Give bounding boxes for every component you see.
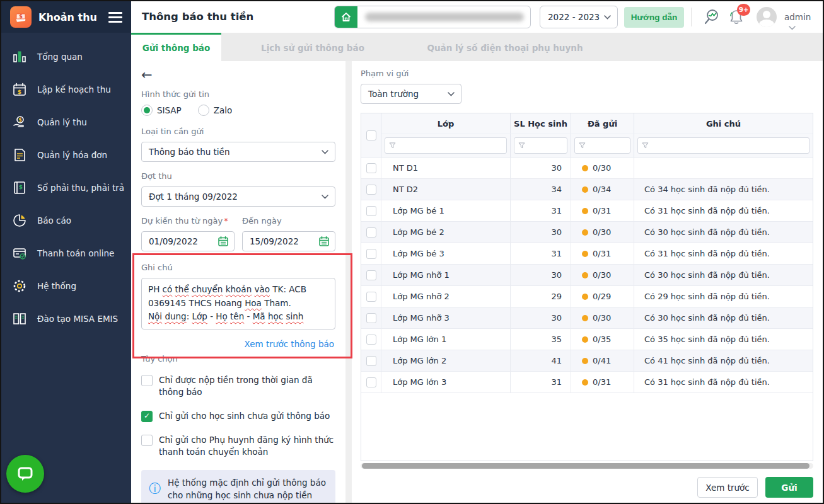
chevron-down-icon xyxy=(322,195,328,199)
table-row[interactable]: NT D1300/30 xyxy=(361,158,813,179)
sidebar-item-label: Tổng quan xyxy=(37,52,83,62)
avatar[interactable] xyxy=(757,7,777,27)
status-dot xyxy=(582,229,588,236)
back-arrow-icon[interactable]: ← xyxy=(141,69,156,82)
filter-note-input[interactable] xyxy=(637,137,809,154)
radio-zalo[interactable]: Zalo xyxy=(198,105,233,116)
row-checkbox[interactable] xyxy=(366,185,376,195)
column-header-students[interactable]: SL Học sinh xyxy=(511,113,571,134)
cell-class: Lớp MG lớn 1 xyxy=(381,329,511,350)
option-checkbox-1[interactable]: Chỉ được nộp tiền trong thời gian đã thô… xyxy=(141,374,335,398)
options-list: Chỉ được nộp tiền trong thời gian đã thô… xyxy=(141,374,335,458)
table-row[interactable]: Lớp MG nhỡ 3300/30Có 30 học sinh đã nộp … xyxy=(361,307,813,329)
from-date-input[interactable]: 01/09/2022 xyxy=(141,231,235,251)
redacted-school-name xyxy=(365,13,524,21)
radio-sisap[interactable]: SISAP xyxy=(141,105,182,116)
table-row[interactable]: Lớp MG nhỡ 1300/30Có 30 học sinh đã nộp … xyxy=(361,265,813,286)
sidebar-item-overview[interactable]: Tổng quan xyxy=(1,40,131,73)
from-date-value: 01/09/2022 xyxy=(149,236,198,246)
option-checkbox-3[interactable]: Chỉ gửi cho Phụ huynh đăng ký hình thức … xyxy=(141,434,335,458)
row-checkbox[interactable] xyxy=(366,227,376,238)
column-header-sent[interactable]: Đã gửi xyxy=(571,113,634,134)
sidebar-item-payment[interactable]: Thanh toán online xyxy=(1,237,131,270)
filter-class-input[interactable] xyxy=(385,137,507,154)
cell-class: Lớp MG bé 2 xyxy=(381,222,511,243)
action-row: Xem trước Gửi xyxy=(361,477,813,498)
preview-button[interactable]: Xem trước xyxy=(697,477,758,498)
cell-sent: 0/30 xyxy=(593,313,611,323)
column-header-note[interactable]: Ghi chú xyxy=(634,113,813,134)
sidebar-item-training[interactable]: Đào tạo MISA EMIS xyxy=(1,302,131,335)
cell-note: Có 35 học sinh đã nộp đủ tiền. xyxy=(634,329,813,350)
row-checkbox[interactable] xyxy=(366,377,376,387)
table-row[interactable]: NT D2340/34Có 34 học sinh đã nộp đủ tiền… xyxy=(361,179,813,200)
user-menu[interactable]: admin xyxy=(784,12,823,32)
row-checkbox[interactable] xyxy=(366,163,376,173)
table-row[interactable]: Lớp MG bé 3310/31Có 31 học sinh đã nộp đ… xyxy=(361,243,813,265)
filter-sent-input[interactable] xyxy=(574,137,630,154)
sidebar-item-plan[interactable]: $Lập kế hoạch thu xyxy=(1,73,131,106)
row-checkbox[interactable] xyxy=(366,356,376,366)
tab-bar: Gửi thông báoLịch sử gửi thông báoQuản l… xyxy=(131,33,823,61)
send-button[interactable]: Gửi xyxy=(765,477,813,498)
analytics-search-icon[interactable] xyxy=(702,8,721,26)
ledger-icon: $ xyxy=(12,180,31,196)
svg-text:$: $ xyxy=(19,14,23,20)
notifications-button[interactable]: 9+ xyxy=(727,8,746,26)
help-button[interactable]: Hướng dẫn xyxy=(624,7,684,28)
cell-students: 30 xyxy=(511,307,571,328)
sidebar-item-system[interactable]: Hệ thống xyxy=(1,270,131,302)
school-year-select[interactable]: 2022 - 2023 xyxy=(540,6,618,28)
period-select[interactable]: Đợt 1 tháng 09/2022 xyxy=(141,186,335,207)
option-label: Chỉ gửi cho Phụ huynh đăng ký hình thức … xyxy=(159,434,335,458)
cell-class: Lớp MG lớn 2 xyxy=(381,350,511,371)
option-label: Chỉ gửi cho học sinh chưa gửi thông báo xyxy=(159,410,330,422)
table-row[interactable]: Lớp MG lớn 1350/35Có 35 học sinh đã nộp … xyxy=(361,329,813,350)
sidebar-item-ledger[interactable]: $Sổ phải thu, phải trả xyxy=(1,171,131,204)
tab-2[interactable]: Lịch sử gửi thông báo xyxy=(221,33,404,61)
sidebar-item-invoice[interactable]: Quản lý hóa đơn xyxy=(1,139,131,171)
row-checkbox[interactable] xyxy=(366,249,376,259)
preview-notification-link[interactable]: Xem trước thông báo xyxy=(245,339,334,349)
sidebar-item-label: Quản lý hóa đơn xyxy=(37,150,107,160)
horizontal-scrollbar-thumb[interactable] xyxy=(362,463,809,469)
row-checkbox[interactable] xyxy=(366,313,376,323)
row-checkbox[interactable] xyxy=(366,292,376,302)
message-type-label: Loại tin cần gửi xyxy=(141,127,335,136)
cell-note xyxy=(634,158,813,178)
select-all-checkbox[interactable] xyxy=(366,130,376,140)
chat-support-button[interactable] xyxy=(6,455,44,493)
message-type-select[interactable]: Thông báo thu tiền xyxy=(141,142,335,162)
row-checkbox[interactable] xyxy=(366,270,376,280)
cell-students: 31 xyxy=(511,200,571,221)
table-row[interactable]: Lớp MG bé 2300/30Có 30 học sinh đã nộp đ… xyxy=(361,222,813,243)
to-date-input[interactable]: 15/09/2022 xyxy=(242,231,335,251)
column-header-class[interactable]: Lớp xyxy=(381,113,511,134)
vertical-scrollbar[interactable] xyxy=(345,61,352,503)
table-header: Lớp SL Học sinh Đã gửi Ghi chú xyxy=(361,113,813,158)
table-row[interactable]: Lớp MG nhỡ 2290/29Có 29 học sinh đã nộp … xyxy=(361,286,813,307)
school-search-box[interactable] xyxy=(334,6,531,28)
note-textarea[interactable]: PH có thể chuyển khoản vào TK: ACB 03691… xyxy=(141,278,335,329)
sidebar-item-collect[interactable]: $Quản lý thu xyxy=(1,106,131,139)
tab-3[interactable]: Quản lý số điện thoại phụ huynh xyxy=(404,33,606,61)
row-checkbox[interactable] xyxy=(366,335,376,345)
table-row[interactable]: Lớp MG bé 1310/31Có 31 học sinh đã nộp đ… xyxy=(361,200,813,222)
scope-select[interactable]: Toàn trường xyxy=(361,84,461,104)
horizontal-scrollbar xyxy=(361,463,813,469)
checkbox-icon xyxy=(141,375,153,386)
app-window: $ Khoản thu Tổng quan$Lập kế hoạch thu$Q… xyxy=(0,0,824,504)
status-dot xyxy=(582,165,588,171)
tab-1[interactable]: Gửi thông báo xyxy=(131,33,221,61)
cell-students: 31 xyxy=(511,372,571,392)
sidebar-item-report[interactable]: Báo cáo xyxy=(1,204,131,237)
table-row[interactable]: Lớp MG lớn 2410/41Có 41 học sinh đã nộp … xyxy=(361,350,813,372)
chat-bubble-icon xyxy=(16,464,35,483)
radio-dot xyxy=(198,105,209,116)
status-dot xyxy=(582,186,588,193)
option-checkbox-2[interactable]: ✓Chỉ gửi cho học sinh chưa gửi thông báo xyxy=(141,410,335,422)
table-row[interactable]: Lớp MG lớn 3310/31Có 31 học sinh đã nộp … xyxy=(361,372,813,393)
filter-students-input[interactable] xyxy=(514,137,567,154)
row-checkbox[interactable] xyxy=(366,206,376,216)
hamburger-menu-icon[interactable] xyxy=(108,12,122,23)
